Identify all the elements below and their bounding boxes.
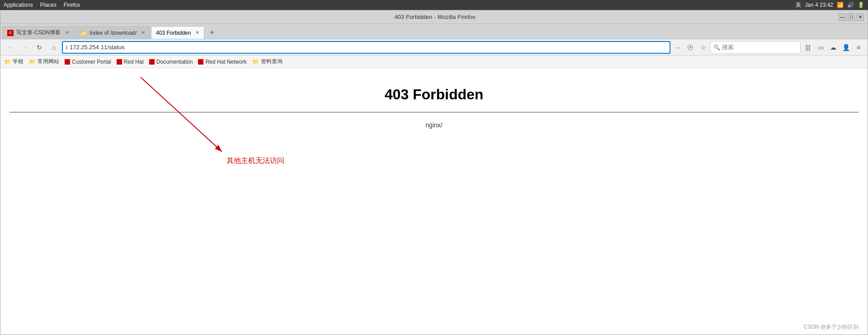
datetime: Jan 4 23:42 (805, 2, 833, 8)
tab-bar: C 写文章-CSDN博客 ✕ 📁 Index of /download/ ✕ 4… (0, 24, 868, 39)
bookmark-rhnetwork[interactable]: Red Hat Network (198, 59, 246, 65)
annotation-text: 其他主机无法访问 (226, 156, 284, 166)
window-controls: — □ ✕ (839, 14, 864, 21)
firefox-menu[interactable]: Firefox (64, 2, 80, 8)
search-label-icon: 🔍 (713, 44, 720, 51)
redhat-customer-icon (65, 59, 70, 65)
close-button[interactable]: ✕ (857, 14, 864, 21)
bookmark-info-label: 资料查询 (261, 58, 283, 65)
new-tab-button[interactable]: + (205, 26, 218, 39)
folder-info-icon: 📁 (252, 59, 259, 65)
sidebar-icon[interactable]: ▭ (815, 42, 826, 53)
tab-download[interactable]: 📁 Index of /download/ ✕ (75, 26, 150, 39)
back-button[interactable]: ← (4, 41, 17, 54)
redhat-docs-icon (149, 59, 155, 65)
annotation-svg (0, 68, 868, 335)
forward-button[interactable]: → (19, 41, 31, 54)
folder-school-icon: 📁 (4, 59, 11, 65)
tab-download-label: Index of /download/ (90, 30, 137, 36)
hamburger-menu[interactable]: ≡ (853, 42, 864, 53)
annotation-arrow (141, 77, 222, 152)
page-heading: 403 Forbidden (385, 86, 484, 103)
applications-menu[interactable]: Applications (4, 2, 33, 8)
language-indicator: 英 (796, 1, 801, 9)
tab-forbidden-close[interactable]: ✕ (195, 30, 199, 36)
page-content: 403 Forbidden nginx/ 其他主机无法访问 CSDN @多于少的… (0, 68, 868, 335)
system-bar-left: Applications Places Firefox (4, 2, 80, 8)
minimize-button[interactable]: — (839, 14, 846, 21)
bookmark-docs-label: Documentation (156, 59, 193, 65)
search-input[interactable] (722, 44, 798, 51)
sync-icon[interactable]: ☁ (828, 42, 839, 53)
pocket-icon[interactable]: 🞊 (685, 42, 696, 53)
address-bar-container[interactable]: ℹ (62, 41, 670, 54)
tab-csdn[interactable]: C 写文章-CSDN博客 ✕ (2, 26, 74, 39)
bookmark-school[interactable]: 📁 学校 (4, 58, 24, 65)
server-text: nginx/ (425, 121, 442, 129)
system-bar: Applications Places Firefox 英 Jan 4 23:4… (0, 0, 868, 10)
redhat-network-icon (198, 59, 203, 65)
info-icon[interactable]: ℹ (66, 44, 68, 51)
right-toolbar: ||| ▭ ☁ 👤 ≡ (802, 42, 864, 53)
bookmark-common-label: 常用网站 (38, 58, 59, 65)
bookmark-rhnetwork-label: Red Hat Network (205, 59, 246, 65)
wifi-icon: 📶 (837, 2, 844, 8)
battery-icon: 🔋 (858, 2, 864, 8)
tab-csdn-close[interactable]: ✕ (65, 30, 69, 36)
search-bar-container[interactable]: 🔍 (710, 41, 801, 54)
address-input[interactable] (70, 44, 667, 51)
bookmark-star-icon[interactable]: ☆ (698, 42, 708, 53)
volume-icon: 🔊 (847, 2, 854, 8)
bookmark-customer[interactable]: Customer Portal (65, 59, 111, 65)
tab-download-close[interactable]: ✕ (141, 30, 145, 36)
bookmark-docs[interactable]: Documentation (149, 59, 193, 65)
bookmark-redhat[interactable]: Red Hat (117, 59, 144, 65)
bookmarks-bar: 📁 学校 📁 常用网站 Customer Portal Red Hat Docu… (0, 56, 868, 68)
title-bar: 403 Forbidden - Mozilla Firefox — □ ✕ (0, 10, 868, 24)
home-button[interactable]: ⌂ (47, 41, 60, 54)
bookmark-customer-label: Customer Portal (72, 59, 111, 65)
tab-csdn-label: 写文章-CSDN博客 (16, 29, 61, 37)
bookmark-redhat-label: Red Hat (124, 59, 144, 65)
toolbar-icons: ··· 🞊 ☆ (672, 42, 708, 53)
page-body: 403 Forbidden nginx/ 其他主机无法访问 CSDN @多于少的… (0, 68, 868, 335)
folder-icon: 📁 (80, 30, 87, 36)
reload-button[interactable]: ↻ (33, 41, 46, 54)
places-menu[interactable]: Places (40, 2, 57, 8)
redhat-icon (117, 59, 122, 65)
bookmark-info[interactable]: 📁 资料查询 (252, 58, 283, 65)
window-title: 403 Forbidden - Mozilla Firefox (31, 14, 839, 20)
maximize-button[interactable]: □ (848, 14, 855, 21)
library-icon[interactable]: ||| (802, 42, 813, 53)
tab-forbidden[interactable]: 403 Forbidden ✕ (151, 26, 204, 39)
bookmark-common[interactable]: 📁 常用网站 (29, 58, 59, 65)
divider (9, 112, 859, 112)
profile-icon[interactable]: 👤 (840, 42, 851, 53)
system-bar-right: 英 Jan 4 23:42 📶 🔊 🔋 (796, 1, 864, 9)
bookmark-school-label: 学校 (13, 58, 24, 65)
csdn-icon: C (7, 30, 14, 36)
more-button[interactable]: ··· (672, 42, 683, 53)
nav-bar: ← → ↻ ⌂ ℹ ··· 🞊 ☆ 🔍 ||| ▭ ☁ 👤 ≡ (0, 39, 868, 56)
tab-forbidden-label: 403 Forbidden (156, 30, 191, 36)
watermark: CSDN @多于少的区别 (803, 323, 859, 331)
browser-window: 403 Forbidden - Mozilla Firefox — □ ✕ C … (0, 10, 868, 335)
folder-common-icon: 📁 (29, 59, 36, 65)
